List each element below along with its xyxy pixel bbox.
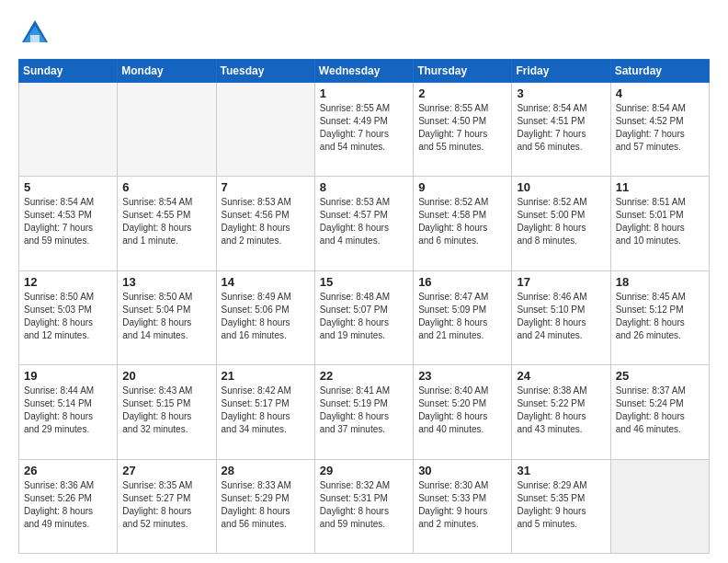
day-cell: 4Sunrise: 8:54 AM Sunset: 4:52 PM Daylig… — [610, 83, 709, 177]
day-number: 8 — [320, 180, 408, 194]
col-header-thursday: Thursday — [414, 60, 512, 83]
day-number: 20 — [122, 369, 210, 383]
day-cell: 28Sunrise: 8:33 AM Sunset: 5:29 PM Dayli… — [216, 459, 314, 553]
day-number: 31 — [517, 464, 605, 477]
day-number: 17 — [517, 275, 605, 289]
day-number: 11 — [616, 180, 704, 194]
day-info: Sunrise: 8:37 AM Sunset: 5:24 PM Dayligh… — [616, 385, 704, 436]
day-cell: 3Sunrise: 8:54 AM Sunset: 4:51 PM Daylig… — [512, 83, 610, 177]
day-number: 19 — [24, 369, 112, 383]
day-info: Sunrise: 8:48 AM Sunset: 5:07 PM Dayligh… — [320, 291, 408, 342]
day-info: Sunrise: 8:40 AM Sunset: 5:20 PM Dayligh… — [418, 385, 506, 436]
page: SundayMondayTuesdayWednesdayThursdayFrid… — [0, 0, 728, 563]
day-number: 29 — [320, 464, 408, 477]
day-cell: 18Sunrise: 8:45 AM Sunset: 5:12 PM Dayli… — [610, 270, 709, 364]
day-cell: 20Sunrise: 8:43 AM Sunset: 5:15 PM Dayli… — [118, 365, 216, 459]
day-cell — [118, 83, 216, 177]
day-info: Sunrise: 8:52 AM Sunset: 5:00 PM Dayligh… — [517, 196, 605, 247]
day-cell: 25Sunrise: 8:37 AM Sunset: 5:24 PM Dayli… — [610, 365, 709, 459]
day-cell: 9Sunrise: 8:52 AM Sunset: 4:58 PM Daylig… — [414, 177, 512, 270]
header — [18, 17, 710, 50]
col-header-wednesday: Wednesday — [314, 60, 413, 83]
day-info: Sunrise: 8:46 AM Sunset: 5:10 PM Dayligh… — [517, 291, 605, 342]
col-header-sunday: Sunday — [19, 60, 118, 83]
calendar-table: SundayMondayTuesdayWednesdayThursdayFrid… — [18, 59, 710, 554]
day-cell: 12Sunrise: 8:50 AM Sunset: 5:03 PM Dayli… — [19, 270, 118, 364]
svg-rect-2 — [30, 35, 40, 42]
day-info: Sunrise: 8:41 AM Sunset: 5:19 PM Dayligh… — [320, 385, 408, 436]
day-cell — [216, 83, 314, 177]
day-cell: 27Sunrise: 8:35 AM Sunset: 5:27 PM Dayli… — [118, 459, 216, 553]
day-info: Sunrise: 8:51 AM Sunset: 5:01 PM Dayligh… — [616, 196, 704, 247]
day-number: 6 — [122, 180, 210, 194]
day-cell: 10Sunrise: 8:52 AM Sunset: 5:00 PM Dayli… — [512, 177, 610, 270]
day-info: Sunrise: 8:38 AM Sunset: 5:22 PM Dayligh… — [517, 385, 605, 436]
week-row-5: 26Sunrise: 8:36 AM Sunset: 5:26 PM Dayli… — [19, 459, 710, 553]
day-cell: 17Sunrise: 8:46 AM Sunset: 5:10 PM Dayli… — [512, 270, 610, 364]
week-row-1: 1Sunrise: 8:55 AM Sunset: 4:49 PM Daylig… — [19, 83, 710, 177]
calendar-header-row: SundayMondayTuesdayWednesdayThursdayFrid… — [19, 60, 710, 83]
day-info: Sunrise: 8:45 AM Sunset: 5:12 PM Dayligh… — [616, 291, 704, 342]
col-header-friday: Friday — [512, 60, 610, 83]
day-info: Sunrise: 8:33 AM Sunset: 5:29 PM Dayligh… — [222, 479, 310, 531]
day-number: 12 — [24, 275, 112, 289]
day-number: 1 — [320, 86, 408, 100]
day-number: 13 — [122, 275, 210, 289]
week-row-3: 12Sunrise: 8:50 AM Sunset: 5:03 PM Dayli… — [19, 270, 710, 364]
day-info: Sunrise: 8:49 AM Sunset: 5:06 PM Dayligh… — [222, 291, 310, 342]
week-row-4: 19Sunrise: 8:44 AM Sunset: 5:14 PM Dayli… — [19, 365, 710, 459]
day-info: Sunrise: 8:29 AM Sunset: 5:35 PM Dayligh… — [517, 479, 605, 531]
day-info: Sunrise: 8:55 AM Sunset: 4:49 PM Dayligh… — [320, 102, 408, 154]
day-number: 9 — [418, 180, 506, 194]
logo — [18, 17, 57, 50]
day-cell: 2Sunrise: 8:55 AM Sunset: 4:50 PM Daylig… — [414, 83, 512, 177]
day-cell: 14Sunrise: 8:49 AM Sunset: 5:06 PM Dayli… — [216, 270, 314, 364]
day-info: Sunrise: 8:47 AM Sunset: 5:09 PM Dayligh… — [418, 291, 506, 342]
day-cell: 26Sunrise: 8:36 AM Sunset: 5:26 PM Dayli… — [19, 459, 118, 553]
col-header-monday: Monday — [118, 60, 216, 83]
day-number: 30 — [418, 464, 506, 477]
day-number: 14 — [222, 275, 310, 289]
day-info: Sunrise: 8:35 AM Sunset: 5:27 PM Dayligh… — [122, 479, 210, 531]
day-number: 10 — [517, 180, 605, 194]
day-number: 7 — [222, 180, 310, 194]
day-info: Sunrise: 8:54 AM Sunset: 4:53 PM Dayligh… — [24, 196, 112, 247]
day-cell: 29Sunrise: 8:32 AM Sunset: 5:31 PM Dayli… — [314, 459, 413, 553]
week-row-2: 5Sunrise: 8:54 AM Sunset: 4:53 PM Daylig… — [19, 177, 710, 270]
day-info: Sunrise: 8:53 AM Sunset: 4:56 PM Dayligh… — [222, 196, 310, 247]
day-cell: 24Sunrise: 8:38 AM Sunset: 5:22 PM Dayli… — [512, 365, 610, 459]
day-cell: 5Sunrise: 8:54 AM Sunset: 4:53 PM Daylig… — [19, 177, 118, 270]
day-cell: 1Sunrise: 8:55 AM Sunset: 4:49 PM Daylig… — [314, 83, 413, 177]
day-number: 2 — [418, 86, 506, 100]
day-cell: 8Sunrise: 8:53 AM Sunset: 4:57 PM Daylig… — [314, 177, 413, 270]
day-info: Sunrise: 8:50 AM Sunset: 5:04 PM Dayligh… — [122, 291, 210, 342]
day-cell: 21Sunrise: 8:42 AM Sunset: 5:17 PM Dayli… — [216, 365, 314, 459]
day-number: 27 — [122, 464, 210, 477]
day-info: Sunrise: 8:50 AM Sunset: 5:03 PM Dayligh… — [24, 291, 112, 342]
day-info: Sunrise: 8:44 AM Sunset: 5:14 PM Dayligh… — [24, 385, 112, 436]
day-number: 23 — [418, 369, 506, 383]
day-info: Sunrise: 8:43 AM Sunset: 5:15 PM Dayligh… — [122, 385, 210, 436]
day-number: 5 — [24, 180, 112, 194]
day-number: 25 — [616, 369, 704, 383]
day-info: Sunrise: 8:42 AM Sunset: 5:17 PM Dayligh… — [222, 385, 310, 436]
day-number: 16 — [418, 275, 506, 289]
day-info: Sunrise: 8:36 AM Sunset: 5:26 PM Dayligh… — [24, 479, 112, 531]
day-cell: 22Sunrise: 8:41 AM Sunset: 5:19 PM Dayli… — [314, 365, 413, 459]
day-cell: 6Sunrise: 8:54 AM Sunset: 4:55 PM Daylig… — [118, 177, 216, 270]
day-number: 28 — [222, 464, 310, 477]
day-info: Sunrise: 8:54 AM Sunset: 4:51 PM Dayligh… — [517, 102, 605, 154]
day-number: 15 — [320, 275, 408, 289]
day-number: 22 — [320, 369, 408, 383]
day-cell: 11Sunrise: 8:51 AM Sunset: 5:01 PM Dayli… — [610, 177, 709, 270]
day-number: 24 — [517, 369, 605, 383]
day-info: Sunrise: 8:55 AM Sunset: 4:50 PM Dayligh… — [418, 102, 506, 154]
day-info: Sunrise: 8:32 AM Sunset: 5:31 PM Dayligh… — [320, 479, 408, 531]
day-cell — [19, 83, 118, 177]
day-number: 3 — [517, 86, 605, 100]
day-cell: 30Sunrise: 8:30 AM Sunset: 5:33 PM Dayli… — [414, 459, 512, 553]
day-number: 26 — [24, 464, 112, 477]
day-cell: 15Sunrise: 8:48 AM Sunset: 5:07 PM Dayli… — [314, 270, 413, 364]
day-number: 18 — [616, 275, 704, 289]
day-cell — [610, 459, 709, 553]
